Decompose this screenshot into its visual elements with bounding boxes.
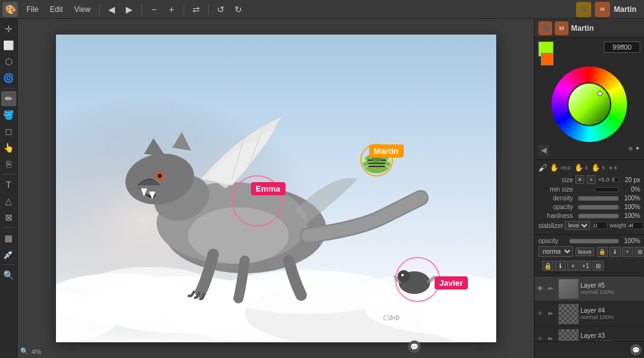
tool-shape[interactable]: △ [1, 193, 16, 209]
size-value: 20 px [621, 176, 640, 183]
zoom-out-button[interactable]: − [146, 2, 162, 17]
tool-eraser[interactable]: ◻ [1, 124, 16, 139]
layer-5-visibility[interactable]: 👁 [537, 285, 546, 292]
blend-add-btn[interactable]: + [622, 247, 633, 257]
layer-4-visibility[interactable]: 👁 [537, 310, 546, 317]
tool-fill[interactable]: 🪣 [1, 107, 16, 122]
panel-user-name: Martin [571, 24, 594, 33]
layer-item-4[interactable]: 👁 ✏ Layer #4 normal 100% [535, 301, 644, 327]
tool-freehand-select[interactable]: 🌀 [1, 70, 16, 85]
size-x-btn[interactable]: ✕ [575, 175, 584, 184]
layer-info-btn[interactable]: ℹ [555, 261, 566, 271]
tool-zoom[interactable]: 🔍 [1, 268, 16, 283]
panel-collapse-arrow[interactable]: ◀ [538, 144, 549, 156]
blend-mode-select[interactable]: normal multiply screen overlay [538, 246, 573, 257]
separator-3 [184, 4, 184, 15]
panel-user-header: 🐾 M Martin [535, 19, 644, 38]
brush-tools-row: 🖌 ✋ ×5.0 ✋ 3 ✋ 5 + 6 [538, 163, 640, 173]
plus-icon: + [609, 164, 613, 171]
tool-gradient[interactable]: ▦ [1, 231, 16, 246]
hand-number-2: ×5.0 [560, 165, 570, 171]
layer-5-edit[interactable]: ✏ [548, 285, 557, 292]
layer-item-5[interactable]: 👁 ✏ Layer #5 normal 100% [535, 276, 644, 301]
layer-4-edit[interactable]: ✏ [548, 310, 557, 317]
size-mult-btn[interactable]: × [587, 175, 596, 184]
hardness-bar[interactable] [578, 214, 619, 219]
opacity-bar[interactable] [578, 205, 619, 210]
layer-3-visibility[interactable]: 👁 [537, 335, 546, 341]
blend-opacity-value: 100% [621, 237, 640, 244]
app-icon: 🎨 [3, 2, 18, 17]
size-label: size [538, 176, 573, 183]
tool-text[interactable]: T [1, 177, 16, 192]
tool-select-rect[interactable]: ⬜ [1, 38, 16, 53]
undo-button[interactable]: ↺ [213, 2, 229, 17]
stabilizer-weight-input[interactable] [628, 222, 643, 229]
forward-button[interactable]: ▶ [121, 2, 138, 17]
tool-colorpicker[interactable]: 💉 [1, 247, 16, 262]
layer-5-thumb [558, 279, 579, 299]
user-avatar-1: 🐾 [576, 2, 591, 17]
svg-point-9 [87, 267, 213, 305]
tool-clone[interactable]: ⎘ [1, 156, 16, 171]
menu-edit[interactable]: Edit [45, 4, 68, 15]
user-avatar-martin: M [595, 2, 610, 17]
stabilizer-mode-select[interactable]: level [565, 221, 590, 230]
stabilizer-label: stabilizer [538, 222, 563, 229]
tool-smudge[interactable]: 👆 [1, 140, 16, 155]
flip-button[interactable]: ⇄ [188, 2, 204, 17]
color-wheel-cursor[interactable] [597, 91, 602, 96]
layer-5-mode: normal 100% [580, 289, 641, 295]
layer-lock-btn[interactable]: 🔒 [542, 261, 553, 271]
tool-select-poly[interactable]: ⬡ [1, 54, 16, 69]
panel-chat-button[interactable]: 💬 [630, 344, 641, 355]
tool-crop[interactable]: ⊠ [1, 210, 16, 225]
layer-add-btn[interactable]: + [567, 261, 579, 271]
min-size-bar[interactable] [594, 187, 619, 192]
annotation-martin[interactable]: Martin [369, 144, 404, 158]
svg-text:CΦΦ: CΦΦ [383, 313, 399, 322]
blend-opacity-bar[interactable] [569, 239, 619, 244]
canvas-container: CΦΦ Emma Martin Javier [56, 35, 496, 342]
chat-button[interactable]: 💬 [408, 340, 421, 353]
canvas-background: CΦΦ Emma Martin Javier [56, 35, 496, 342]
opacity-row: opacity 100% [538, 203, 640, 210]
color-wheel-container [552, 67, 627, 142]
blend-info-btn[interactable]: ℹ [609, 247, 621, 257]
layer-plus1-btn[interactable]: +1 [580, 261, 591, 271]
redo-button[interactable]: ↻ [230, 2, 247, 17]
hardness-label: hardness [538, 212, 573, 219]
layer-4-name: Layer #4 [580, 307, 641, 314]
layer-3-info: Layer #3 normal 100% [580, 332, 641, 341]
left-toolbar: ✛ ⬜ ⬡ 🌀 ✏ 🪣 ◻ 👆 ⎘ T △ ⊠ ▦ 💉 🔍 [0, 19, 18, 358]
blend-merge-btn[interactable]: ⊞ [635, 247, 644, 257]
menu-view[interactable]: View [69, 4, 96, 15]
size-bar[interactable] [612, 177, 619, 182]
opacity-label: opacity [538, 203, 573, 210]
tool-move[interactable]: ✛ [1, 21, 16, 36]
layer-3-edit[interactable]: ✏ [548, 335, 557, 341]
stabilizer-level-input[interactable] [592, 222, 608, 229]
hardness-value: 100% [621, 212, 640, 219]
layer-3-name: Layer #3 [580, 332, 641, 339]
zoom-in-button[interactable]: + [164, 2, 180, 17]
zoom-value: 4% [31, 348, 42, 355]
layer-group-btn[interactable]: ⊞ [592, 261, 604, 271]
zoom-indicator: 🔍 4% [20, 347, 42, 355]
tool-brush[interactable]: ✏ [1, 91, 16, 106]
menu-file[interactable]: File [21, 4, 43, 15]
hand-number-5: 5 [602, 165, 604, 171]
leave-button[interactable]: leave [575, 247, 594, 256]
blend-lock-btn[interactable]: 🔒 [597, 247, 608, 257]
annotation-emma[interactable]: Emma [251, 182, 286, 195]
density-bar[interactable] [578, 196, 619, 201]
color-wheel[interactable] [552, 67, 627, 142]
layer-item-3[interactable]: 👁 ✏ Layer #3 normal 100% [535, 327, 644, 341]
canvas-area[interactable]: CΦΦ Emma Martin Javier 🔍 4% 💬 [18, 19, 534, 358]
opacity-value: 100% [621, 203, 640, 210]
color-wheel-inner[interactable] [567, 82, 611, 126]
back-button[interactable]: ◀ [104, 2, 120, 17]
background-color-swatch[interactable] [541, 53, 553, 65]
hex-color-input[interactable]: 99ff00 [604, 41, 640, 53]
annotation-javier[interactable]: Javier [435, 276, 469, 290]
